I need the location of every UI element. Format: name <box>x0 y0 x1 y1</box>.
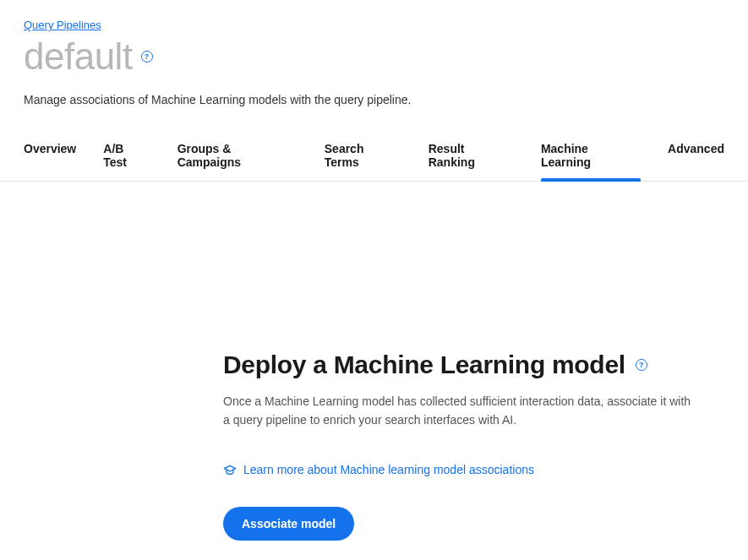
graduation-cap-icon <box>223 463 237 476</box>
learn-more-link[interactable]: Learn more about Machine learning model … <box>223 463 696 476</box>
tab-search-terms[interactable]: Search Terms <box>325 142 401 181</box>
page-title: default <box>24 35 133 78</box>
deploy-description: Once a Machine Learning model has collec… <box>223 393 696 429</box>
tab-groups-campaigns[interactable]: Groups & Campaigns <box>177 142 298 181</box>
breadcrumb-link[interactable]: Query Pipelines <box>24 19 101 31</box>
tab-overview[interactable]: Overview <box>24 142 76 181</box>
tab-advanced[interactable]: Advanced <box>668 142 724 181</box>
help-icon[interactable]: ? <box>636 359 647 371</box>
tab-ab-test[interactable]: A/B Test <box>103 142 150 181</box>
deploy-title: Deploy a Machine Learning model <box>223 351 625 379</box>
tab-bar: Overview A/B Test Groups & Campaigns Sea… <box>0 142 748 182</box>
associate-model-button[interactable]: Associate model <box>223 507 354 541</box>
tab-result-ranking[interactable]: Result Ranking <box>429 142 514 181</box>
tab-machine-learning[interactable]: Machine Learning <box>541 142 641 181</box>
learn-more-text: Learn more about Machine learning model … <box>243 463 534 476</box>
help-icon[interactable]: ? <box>141 51 153 63</box>
page-subtitle: Manage associations of Machine Learning … <box>24 93 724 106</box>
